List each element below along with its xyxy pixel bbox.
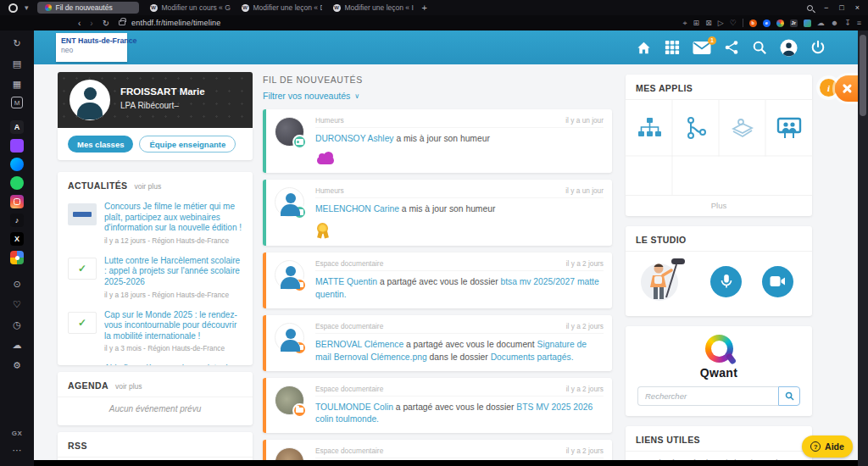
extension-b-icon[interactable]: b: [749, 19, 757, 27]
clock-icon[interactable]: ◷: [9, 317, 25, 332]
play-icon[interactable]: ▷: [718, 19, 724, 27]
app-notebook-icon[interactable]: [719, 100, 765, 156]
avatar[interactable]: [275, 117, 304, 147]
sync-cloud-icon[interactable]: ☁: [817, 19, 825, 27]
agenda-see-more[interactable]: voir plus: [115, 382, 142, 391]
opera-logo-icon[interactable]: [8, 3, 18, 13]
share-icon[interactable]: [724, 40, 739, 55]
tiktok-icon[interactable]: ♪: [10, 214, 24, 227]
feed-item[interactable]: Espace documentaireil y a 2 jours MATTE …: [263, 252, 612, 308]
m-app-icon[interactable]: M: [11, 97, 23, 108]
feed-item[interactable]: Espace documentaireil y a 2 jours TOULMO…: [263, 378, 612, 434]
cloud-icon[interactable]: ☁: [9, 337, 25, 352]
x-icon[interactable]: X: [10, 232, 24, 246]
feed-filter-button[interactable]: Filtrer vos nouveautés ∨: [263, 91, 612, 101]
twitch-icon[interactable]: [10, 139, 24, 153]
video-record-button[interactable]: [762, 266, 793, 297]
news-title[interactable]: Aide financière pour les projets des lyc…: [104, 363, 242, 365]
extension-translate-icon[interactable]: [804, 19, 811, 27]
feed-item[interactable]: Humeursil y a un jour DURONSOY Ashley a …: [263, 109, 612, 173]
logout-power-icon[interactable]: [810, 40, 826, 55]
author-link[interactable]: DURONSOY Ashley: [315, 134, 394, 143]
back-icon[interactable]: ‹: [78, 19, 81, 28]
instagram-icon[interactable]: [10, 195, 24, 208]
pin-icon[interactable]: ⌖: [683, 19, 687, 28]
avatar[interactable]: [275, 386, 304, 415]
pinned-app-icon[interactable]: A: [10, 120, 24, 134]
news-title[interactable]: Concours Je filme le métier qui me plaît…: [104, 202, 242, 234]
aide-button[interactable]: ? Aide: [802, 435, 853, 458]
reload-icon[interactable]: ↻: [103, 19, 109, 28]
grid-app-icon[interactable]: ▦: [9, 76, 25, 92]
news-item[interactable]: ✓ Cap sur le Monde 2025 : le rendez-vous…: [58, 305, 253, 359]
news-item[interactable]: Concours Je filme le métier qui me plaît…: [58, 197, 253, 251]
more-icon[interactable]: ⋯: [9, 442, 25, 458]
author-link[interactable]: TOULMONDE Colin: [315, 402, 393, 412]
author-link[interactable]: MELENCHON Carine: [315, 204, 399, 214]
account-avatar-icon[interactable]: [780, 39, 798, 57]
lock-icon[interactable]: [119, 20, 125, 25]
tab-modifier-cours[interactable]: W Modifier un cours « Goog: [142, 2, 231, 14]
scrollbar-thumb[interactable]: [860, 35, 866, 116]
avatar[interactable]: [275, 260, 304, 290]
extension-e-icon[interactable]: e: [763, 19, 771, 27]
app-presentation-icon[interactable]: [765, 100, 812, 156]
profile-icon[interactable]: ☻: [831, 19, 838, 27]
gx-logo[interactable]: GX: [12, 430, 23, 437]
news-item[interactable]: Aide financière pour les projets des lyc…: [58, 358, 253, 365]
avatar[interactable]: [70, 80, 110, 120]
tab-modifier-lecon-1[interactable]: W Modifier une leçon « Déc: [234, 2, 322, 14]
app-mindmap-icon[interactable]: [672, 100, 719, 156]
folder-link[interactable]: Documents partagés.: [491, 352, 574, 362]
new-tab-button[interactable]: +: [422, 3, 427, 13]
favorite-icon[interactable]: ♡: [730, 19, 737, 27]
tab-modifier-lecon-2[interactable]: W Modifier une leçon « Inter: [326, 2, 414, 14]
news-title[interactable]: Lutte contre le Harcèlement scolaire : a…: [104, 256, 242, 288]
equipe-enseignante-button[interactable]: Équipe enseignante: [139, 136, 236, 153]
close-button[interactable]: ×: [855, 3, 860, 12]
qwant-search-button[interactable]: [778, 386, 800, 406]
maps-icon[interactable]: [10, 251, 24, 264]
author-link[interactable]: MATTE Quentin: [315, 277, 377, 286]
avatar[interactable]: [275, 187, 304, 217]
print-icon[interactable]: ▤: [9, 56, 25, 71]
messenger-icon[interactable]: [10, 158, 24, 171]
qwant-search-input[interactable]: [637, 386, 778, 406]
mes-classes-button[interactable]: Mes classes: [68, 136, 133, 153]
menu-icon[interactable]: ≡: [857, 19, 861, 27]
author-link[interactable]: BERNOVAL Clémence: [315, 340, 403, 349]
audio-record-button[interactable]: [710, 266, 742, 297]
tab-fil-de-nouveautes[interactable]: Fil de nouveautés: [37, 2, 139, 14]
messages-icon[interactable]: 1: [693, 41, 711, 55]
home-icon[interactable]: [636, 40, 652, 56]
page-scrollbar[interactable]: [858, 31, 868, 466]
news-item[interactable]: ✓ Lutte contre le Harcèlement scolaire :…: [58, 251, 253, 305]
feed-item[interactable]: Espace documentaireil y a 2 jours BERNOV…: [263, 315, 612, 371]
gear-icon[interactable]: ⚙: [9, 358, 25, 373]
search-icon[interactable]: [807, 5, 813, 11]
forward-icon[interactable]: ›: [90, 19, 92, 28]
history-icon[interactable]: ↻: [9, 36, 25, 51]
actualites-see-more[interactable]: voir plus: [135, 182, 162, 191]
news-title[interactable]: Cap sur le Monde 2025 : le rendez-vous i…: [104, 310, 242, 342]
extension-camera-icon[interactable]: [776, 19, 784, 27]
close-tab-icon[interactable]: ⊠: [705, 19, 712, 27]
screenshot-icon[interactable]: ⊞: [693, 19, 700, 27]
apps-grid-icon[interactable]: [665, 40, 680, 55]
avatar[interactable]: [275, 323, 304, 352]
heart-icon[interactable]: ♡: [9, 297, 25, 312]
feed-item[interactable]: Humeursil y a un jour MELENCHON Carine a…: [263, 180, 612, 246]
url-text[interactable]: enthdf.fr/timeline/timeline: [131, 19, 220, 27]
record-icon[interactable]: ⊙: [9, 276, 25, 291]
tab-search-icon[interactable]: ▾: [25, 3, 29, 12]
extension-jr-icon[interactable]: Jr: [790, 19, 798, 27]
avatar[interactable]: [275, 447, 304, 460]
downloads-icon[interactable]: ↧: [844, 19, 851, 27]
maximize-button[interactable]: □: [839, 3, 843, 12]
app-sitemap-icon[interactable]: [626, 100, 672, 156]
minimize-button[interactable]: −: [824, 3, 828, 12]
ent-logo[interactable]: ENT Hauts-de-France neo: [56, 33, 127, 62]
tools-floating-button[interactable]: [835, 75, 858, 102]
applis-plus-button[interactable]: Plus: [626, 195, 812, 216]
search-icon[interactable]: [752, 40, 767, 55]
